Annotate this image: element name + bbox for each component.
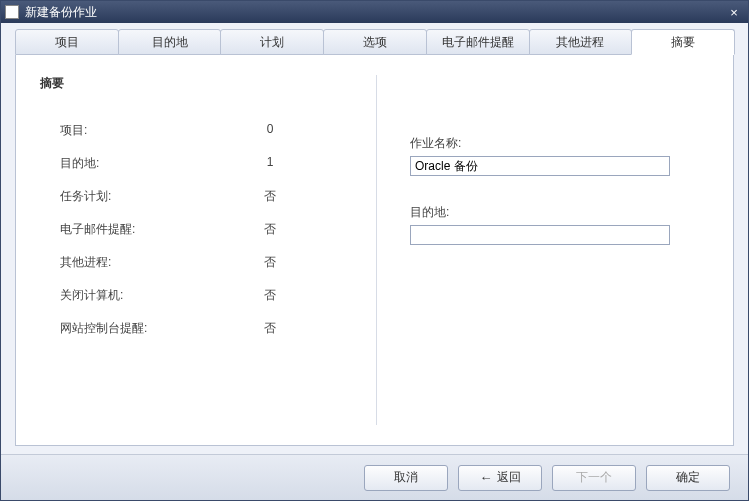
destination-input[interactable] — [410, 225, 670, 245]
summary-value: 0 — [220, 122, 320, 139]
summary-label: 其他进程: — [60, 254, 220, 271]
tab-options[interactable]: 选项 — [323, 29, 427, 55]
summary-label: 目的地: — [60, 155, 220, 172]
summary-row-project: 项目: 0 — [40, 114, 350, 147]
tab-summary[interactable]: 摘要 — [631, 29, 735, 55]
dialog-window: 新建备份作业 × 项目 目的地 计划 选项 电子邮件提醒 其他进程 摘要 摘要 … — [0, 0, 749, 501]
summary-value: 1 — [220, 155, 320, 172]
close-icon[interactable]: × — [724, 5, 744, 20]
summary-row-destination: 目的地: 1 — [40, 147, 350, 180]
tab-other-process[interactable]: 其他进程 — [529, 29, 633, 55]
summary-column: 摘要 项目: 0 目的地: 1 任务计划: 否 电子邮件提醒: 否 其他进程: … — [40, 75, 360, 435]
next-button-label: 下一个 — [576, 469, 612, 486]
back-button-label: 返回 — [497, 469, 521, 486]
summary-row-web-console: 网站控制台提醒: 否 — [40, 312, 350, 345]
field-destination: 目的地: — [410, 204, 709, 245]
summary-row-schedule: 任务计划: 否 — [40, 180, 350, 213]
back-button[interactable]: ← 返回 — [458, 465, 542, 491]
summary-label: 项目: — [60, 122, 220, 139]
tab-email-reminder[interactable]: 电子邮件提醒 — [426, 29, 530, 55]
summary-value: 否 — [220, 287, 320, 304]
form-column: 作业名称: 目的地: — [360, 75, 709, 435]
cancel-button-label: 取消 — [394, 469, 418, 486]
summary-label: 电子邮件提醒: — [60, 221, 220, 238]
next-button: 下一个 — [552, 465, 636, 491]
button-bar: 取消 ← 返回 下一个 确定 — [1, 454, 748, 500]
vertical-divider — [376, 75, 377, 425]
summary-value: 否 — [220, 320, 320, 337]
summary-label: 网站控制台提醒: — [60, 320, 220, 337]
field-job-name: 作业名称: — [410, 135, 709, 176]
window-title: 新建备份作业 — [25, 4, 724, 21]
tab-schedule[interactable]: 计划 — [220, 29, 324, 55]
titlebar: 新建备份作业 × — [1, 1, 748, 23]
cancel-button[interactable]: 取消 — [364, 465, 448, 491]
destination-label: 目的地: — [410, 204, 709, 221]
summary-row-shutdown: 关闭计算机: 否 — [40, 279, 350, 312]
job-name-input[interactable] — [410, 156, 670, 176]
content-panel: 摘要 项目: 0 目的地: 1 任务计划: 否 电子邮件提醒: 否 其他进程: … — [15, 55, 734, 446]
app-icon — [5, 5, 19, 19]
summary-row-other-process: 其他进程: 否 — [40, 246, 350, 279]
summary-heading: 摘要 — [40, 75, 350, 92]
ok-button[interactable]: 确定 — [646, 465, 730, 491]
tab-project[interactable]: 项目 — [15, 29, 119, 55]
summary-value: 否 — [220, 254, 320, 271]
summary-value: 否 — [220, 221, 320, 238]
ok-button-label: 确定 — [676, 469, 700, 486]
job-name-label: 作业名称: — [410, 135, 709, 152]
tab-strip: 项目 目的地 计划 选项 电子邮件提醒 其他进程 摘要 — [1, 23, 748, 55]
summary-value: 否 — [220, 188, 320, 205]
summary-label: 任务计划: — [60, 188, 220, 205]
summary-label: 关闭计算机: — [60, 287, 220, 304]
tab-destination[interactable]: 目的地 — [118, 29, 222, 55]
arrow-left-icon: ← — [480, 471, 493, 484]
summary-row-email: 电子邮件提醒: 否 — [40, 213, 350, 246]
